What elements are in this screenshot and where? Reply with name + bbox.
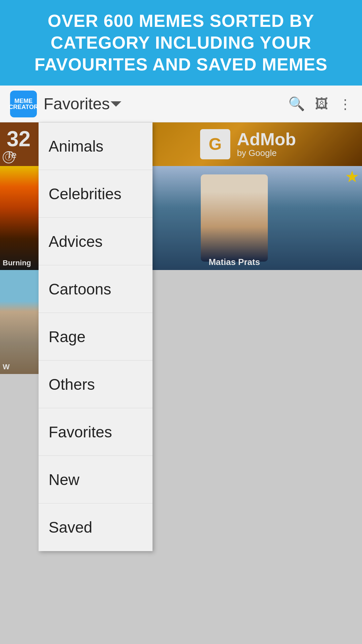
image-icon[interactable]: 🖼 — [315, 96, 328, 111]
dropdown-arrow-icon[interactable] — [111, 101, 121, 107]
top-banner: OVER 600 MEMES SORTED BY CATEGORY INCLUD… — [0, 0, 362, 86]
dropdown-item-animals[interactable]: Animals — [39, 122, 153, 170]
search-icon[interactable]: 🔍 — [288, 96, 305, 112]
dropdown-item-label: Animals — [49, 137, 104, 155]
dropdown-item-label: Celebrities — [49, 185, 121, 203]
app-icon[interactable]: MEME CREATOR — [10, 91, 37, 117]
dropdown-item-others[interactable]: Others — [39, 361, 153, 408]
dropdown-item-label: Favorites — [49, 423, 112, 441]
dropdown-item-new[interactable]: New — [39, 456, 153, 503]
dropdown-item-celebrities[interactable]: Celebrities — [39, 170, 153, 218]
dropdown-item-label: Rage — [49, 328, 85, 346]
dropdown-item-saved[interactable]: Saved — [39, 503, 153, 551]
toolbar-icons: 🔍 🖼 ⋮ — [288, 96, 352, 112]
dropdown-item-label: Others — [49, 375, 95, 393]
app-icon-line2: CREATOR — [9, 104, 38, 110]
dropdown-item-rage[interactable]: Rage — [39, 313, 153, 361]
banner-text: OVER 600 MEMES SORTED BY CATEGORY INCLUD… — [13, 10, 349, 75]
dropdown-item-label: Cartoons — [49, 280, 111, 298]
dropdown-item-cartoons[interactable]: Cartoons — [39, 265, 153, 313]
toolbar-title: Favorites — [44, 95, 288, 113]
dropdown-menu: AnimalsCelebritiesAdvicesCartoonsRageOth… — [39, 122, 153, 551]
dropdown-item-favorites[interactable]: Favorites — [39, 408, 153, 456]
app-icon-line1: MEME — [14, 98, 33, 104]
dropdown-item-label: New — [49, 471, 79, 489]
dropdown-item-label: Advices — [49, 232, 103, 251]
dropdown-item-advices[interactable]: Advices — [39, 218, 153, 265]
more-options-icon[interactable]: ⋮ — [339, 96, 352, 112]
dropdown-item-label: Saved — [49, 518, 92, 536]
toolbar: MEME CREATOR Favorites 🔍 🖼 ⋮ — [0, 86, 362, 122]
content-area: 32 Te ⓘ G AdMob by Google Burning — [0, 122, 362, 644]
